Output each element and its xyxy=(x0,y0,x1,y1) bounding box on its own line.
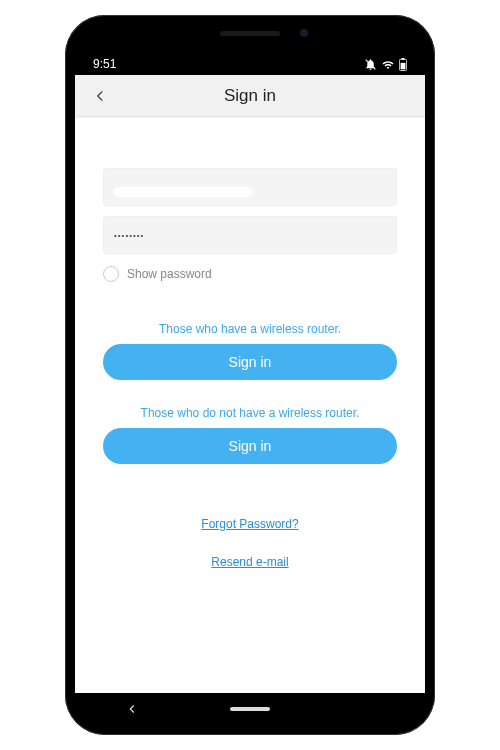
status-icons xyxy=(364,58,407,71)
redacted-value xyxy=(113,187,253,197)
svg-rect-2 xyxy=(401,58,404,60)
show-password-label: Show password xyxy=(127,267,212,281)
phone-screen: 9:51 Sign in xyxy=(75,25,425,725)
nav-home-pill[interactable] xyxy=(230,707,270,711)
resend-email-row: Resend e-mail xyxy=(103,552,397,570)
resend-email-link[interactable]: Resend e-mail xyxy=(211,555,288,569)
battery-icon xyxy=(399,58,407,71)
phone-frame: 9:51 Sign in xyxy=(65,15,435,735)
page-title: Sign in xyxy=(75,86,425,106)
app-header: Sign in xyxy=(75,75,425,117)
section-hint-has-router: Those who have a wireless router. xyxy=(103,322,397,336)
content-area: Show password Those who have a wireless … xyxy=(75,118,425,693)
svg-rect-3 xyxy=(401,63,406,69)
notifications-off-icon xyxy=(364,58,377,71)
show-password-row: Show password xyxy=(103,266,397,282)
section-hint-no-router: Those who do not have a wireless router. xyxy=(103,406,397,420)
android-nav-bar xyxy=(75,693,425,725)
chevron-left-icon xyxy=(91,87,109,105)
app-area: Sign in Show password Those who have a w… xyxy=(75,75,425,693)
phone-speaker xyxy=(220,31,280,36)
nav-back-icon[interactable] xyxy=(125,702,139,716)
back-button[interactable] xyxy=(85,81,115,111)
forgot-password-link[interactable]: Forgot Password? xyxy=(201,517,298,531)
forgot-password-row: Forgot Password? xyxy=(103,514,397,532)
wifi-icon xyxy=(381,59,395,71)
phone-camera xyxy=(300,29,308,37)
show-password-toggle[interactable] xyxy=(103,266,119,282)
sign-in-button-has-router[interactable]: Sign in xyxy=(103,344,397,380)
password-field[interactable] xyxy=(103,216,397,254)
status-time: 9:51 xyxy=(93,57,116,71)
email-field-wrapper xyxy=(103,168,397,216)
sign-in-button-no-router[interactable]: Sign in xyxy=(103,428,397,464)
